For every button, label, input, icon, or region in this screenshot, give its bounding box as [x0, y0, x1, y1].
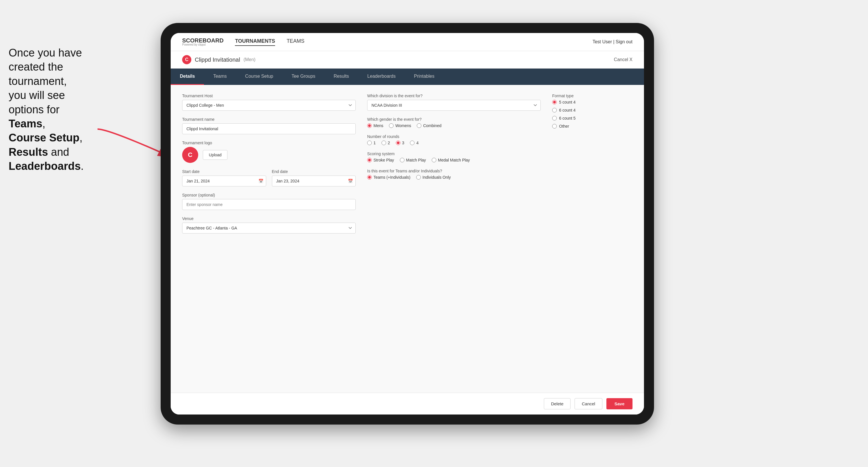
end-date-label: End date	[272, 169, 356, 174]
form-col-right: Format type 5 count 4 6 count 4	[552, 94, 632, 384]
cancel-button[interactable]: Cancel	[575, 398, 602, 409]
venue-label: Venue	[182, 216, 356, 221]
tablet-screen: SCOREBOARD Powered by clippd TOURNAMENTS…	[171, 33, 644, 414]
nav-left: SCOREBOARD Powered by clippd TOURNAMENTS…	[182, 38, 304, 46]
tournament-title-row: C Clippd Invitational (Men)	[182, 55, 255, 64]
scoring-group: Scoring system Stroke Play Match Play	[367, 152, 541, 162]
tab-tee-groups[interactable]: Tee Groups	[282, 68, 324, 85]
rounds-radio-group: 1 2 3 4	[367, 141, 541, 145]
format-5count4[interactable]: 5 count 4	[552, 100, 632, 104]
sponsor-input[interactable]	[182, 199, 356, 210]
individuals-only[interactable]: Individuals Only	[416, 175, 451, 180]
scoring-radio-group: Stroke Play Match Play Medal Match Play	[367, 158, 541, 162]
division-label: Which division is the event for?	[367, 94, 541, 98]
nav-link-teams[interactable]: TEAMS	[286, 38, 304, 46]
form-col-middle: Which division is the event for? NCAA Di…	[367, 94, 541, 384]
gender-radio-group: Mens Womens Combined	[367, 123, 541, 128]
form-area: Tournament Host Clippd College - Men Tou…	[171, 85, 644, 393]
nav-link-tournaments[interactable]: TOURNAMENTS	[235, 38, 275, 46]
logo-label: Tournament logo	[182, 141, 356, 145]
host-label: Tournament Host	[182, 94, 356, 98]
scoring-label: Scoring system	[367, 152, 541, 156]
gender-group: Which gender is the event for? Mens Wome…	[367, 117, 541, 128]
gender-label: Which gender is the event for?	[367, 117, 541, 122]
scoring-medal-match-play[interactable]: Medal Match Play	[432, 158, 470, 162]
team-individual-label: Is this event for Teams and/or Individua…	[367, 169, 541, 173]
rounds-label: Number of rounds	[367, 134, 541, 139]
tabs-row: Details Teams Course Setup Tee Groups Re…	[171, 68, 644, 85]
top-nav: SCOREBOARD Powered by clippd TOURNAMENTS…	[171, 33, 644, 51]
end-date-group: End date 📅	[272, 169, 356, 186]
cancel-header-button[interactable]: Cancel X	[614, 57, 632, 62]
logo-group: Tournament logo C Upload	[182, 141, 356, 163]
main-content: Tournament Host Clippd College - Men Tou…	[171, 85, 644, 414]
logo-area: SCOREBOARD Powered by clippd	[182, 38, 223, 46]
tab-leaderboards[interactable]: Leaderboards	[358, 68, 405, 85]
rounds-3[interactable]: 3	[396, 141, 404, 145]
tab-teams[interactable]: Teams	[204, 68, 236, 85]
upload-button[interactable]: Upload	[203, 150, 227, 160]
gender-womens[interactable]: Womens	[389, 123, 411, 128]
instructional-text: Once you have created the tournament, yo…	[0, 40, 121, 179]
tab-results[interactable]: Results	[324, 68, 358, 85]
logo-preview: C	[182, 147, 198, 163]
save-button[interactable]: Save	[607, 398, 632, 409]
tab-details[interactable]: Details	[171, 68, 204, 85]
sponsor-label: Sponsor (optional)	[182, 193, 356, 197]
team-individual-group: Is this event for Teams and/or Individua…	[367, 169, 541, 180]
form-col-left: Tournament Host Clippd College - Men Tou…	[182, 94, 356, 384]
end-date-input[interactable]	[272, 176, 356, 186]
end-date-wrap: 📅	[272, 176, 356, 186]
host-select[interactable]: Clippd College - Men	[182, 100, 356, 111]
start-date-input[interactable]	[182, 176, 266, 186]
user-info[interactable]: Test User | Sign out	[593, 39, 632, 44]
format-radio-group: 5 count 4 6 count 4 6 count 5	[552, 100, 632, 128]
format-group: Format type 5 count 4 6 count 4	[552, 94, 632, 128]
rounds-4[interactable]: 4	[410, 141, 418, 145]
tournament-name-group: Tournament name	[182, 117, 356, 134]
rounds-1[interactable]: 1	[367, 141, 376, 145]
teams-plus-individuals[interactable]: Teams (+Individuals)	[367, 175, 410, 180]
logo-upload-area: C Upload	[182, 147, 356, 163]
division-select[interactable]: NCAA Division III	[367, 100, 541, 111]
tab-course-setup[interactable]: Course Setup	[236, 68, 283, 85]
sponsor-group: Sponsor (optional)	[182, 193, 356, 210]
rounds-2[interactable]: 2	[381, 141, 390, 145]
nav-links: TOURNAMENTS TEAMS	[235, 38, 304, 46]
delete-button[interactable]: Delete	[544, 398, 570, 409]
date-row: Start date 📅 End date 📅	[182, 169, 356, 186]
host-group: Tournament Host Clippd College - Men	[182, 94, 356, 111]
gender-combined[interactable]: Combined	[417, 123, 441, 128]
logo-sub: Powered by clippd	[182, 43, 223, 46]
venue-select[interactable]: Peachtree GC - Atlanta - GA	[182, 223, 356, 234]
venue-group: Venue Peachtree GC - Atlanta - GA	[182, 216, 356, 234]
start-date-group: Start date 📅	[182, 169, 266, 186]
gender-mens[interactable]: Mens	[367, 123, 383, 128]
bottom-bar: Delete Cancel Save	[171, 393, 644, 414]
tournament-header: C Clippd Invitational (Men) Cancel X	[171, 51, 644, 68]
rounds-group: Number of rounds 1 2	[367, 134, 541, 145]
format-6count4[interactable]: 6 count 4	[552, 108, 632, 113]
division-group: Which division is the event for? NCAA Di…	[367, 94, 541, 111]
format-label: Format type	[552, 94, 632, 98]
tablet-frame: SCOREBOARD Powered by clippd TOURNAMENTS…	[161, 23, 654, 425]
format-6count5[interactable]: 6 count 5	[552, 116, 632, 121]
logo-text: SCOREBOARD	[182, 38, 223, 43]
scoring-stroke-play[interactable]: Stroke Play	[367, 158, 394, 162]
scoring-match-play[interactable]: Match Play	[400, 158, 426, 162]
tournament-icon: C	[182, 55, 191, 64]
tournament-gender: (Men)	[244, 57, 255, 62]
tournament-name-input[interactable]	[182, 123, 356, 134]
tournament-name-label: Tournament name	[182, 117, 356, 122]
format-other[interactable]: Other	[552, 124, 632, 128]
start-date-label: Start date	[182, 169, 266, 174]
tab-printables[interactable]: Printables	[405, 68, 443, 85]
start-date-wrap: 📅	[182, 176, 266, 186]
tournament-name: Clippd Invitational	[195, 57, 240, 63]
team-radio-group: Teams (+Individuals) Individuals Only	[367, 175, 541, 180]
